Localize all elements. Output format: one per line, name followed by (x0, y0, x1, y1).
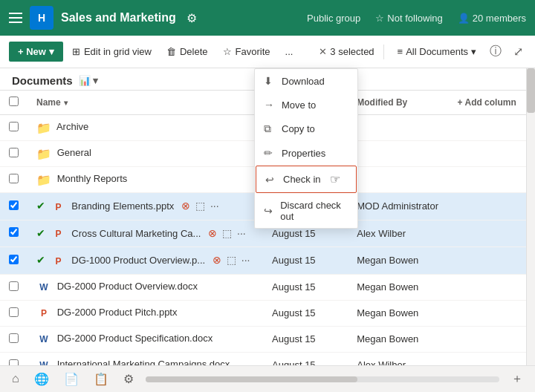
bottom-left-icons: ⌂ 🌐 📄 📋 ⚙ (12, 372, 134, 386)
row-checkbox-cell[interactable] (0, 247, 27, 275)
table-row[interactable]: ✔ P DG-1000 Product Overview.p... ⊗ ⬚ ··… (0, 247, 526, 275)
row-extra-cell (449, 247, 526, 275)
row-checkbox-cell[interactable] (0, 167, 27, 193)
row-checkbox-cell[interactable] (0, 115, 27, 141)
bottom-right-icons: ＋ (511, 371, 523, 387)
following-button[interactable]: ☆ Not following (375, 13, 442, 24)
expand-button[interactable]: ⤢ (510, 42, 526, 62)
doc-icon[interactable]: 📄 (64, 372, 79, 386)
table-row[interactable]: P DG-2000 Product Pitch.pptx August 15 M… (0, 300, 526, 326)
row-error-icon[interactable]: ⊗ (180, 198, 192, 213)
row-error-icon[interactable]: ⊗ (207, 226, 218, 241)
row-checkbox-cell[interactable] (0, 193, 27, 220)
table-row[interactable]: W International Marketing Campaigns.docx… (0, 352, 526, 365)
delete-button[interactable]: 🗑 Delete (160, 42, 214, 62)
row-modified-by-cell (348, 167, 448, 193)
docx-icon: W (36, 332, 51, 347)
row-more-icon[interactable]: ··· (236, 226, 247, 241)
row-extra-cell (449, 115, 526, 141)
add-column-header[interactable]: + Add column (449, 91, 526, 115)
favorite-button[interactable]: ☆ Favorite (217, 42, 276, 62)
row-error-icon[interactable]: ⊗ (211, 252, 223, 267)
row-modified-by-cell: Megan Bowen (348, 300, 448, 326)
view-options-icon[interactable]: 📊 ▾ (79, 75, 99, 86)
row-checkbox-cell[interactable] (0, 326, 27, 352)
row-extra-cell (449, 352, 526, 365)
file-name[interactable]: Cross Cultural Marketing Ca... (71, 228, 201, 239)
file-name[interactable]: DG-2000 Product Specification.docx (57, 333, 213, 344)
file-name[interactable]: Archive (56, 121, 88, 132)
add-icon[interactable]: ＋ (511, 371, 523, 387)
home-icon[interactable]: ⌂ (12, 372, 19, 386)
edit-grid-icon: ⊞ (72, 46, 80, 57)
folder-icon: 📁 (36, 146, 51, 161)
hamburger-menu[interactable] (9, 13, 22, 23)
table-row[interactable]: W DG-2000 Product Overview.docx August 1… (0, 274, 526, 300)
row-modified-by-cell: Alex Wilber (348, 220, 448, 247)
row-checkbox-cell[interactable] (0, 220, 27, 247)
row-extra-cell (449, 141, 526, 167)
row-checkbox-cell[interactable] (0, 274, 27, 300)
command-bar: + New ▾ ⊞ Edit in grid view 🗑 Delete ☆ F… (0, 36, 535, 68)
row-name-cell: W International Marketing Campaigns.docx (27, 352, 263, 365)
row-modified-cell: August 15 (263, 326, 348, 352)
dropdown-move-to[interactable]: → Move to (255, 93, 357, 117)
row-share-icon[interactable]: ⬚ (225, 252, 238, 267)
row-name-cell: ✔ P Branding Elements.pptx ⊗ ⬚ ··· (27, 193, 263, 220)
row-more-icon[interactable]: ··· (209, 198, 221, 213)
documents-title: Documents (12, 74, 73, 87)
folder-icon: 📁 (36, 120, 51, 135)
table-row[interactable]: W DG-2000 Product Specification.docx Aug… (0, 326, 526, 352)
info-button[interactable]: ⓘ (487, 41, 505, 62)
row-name-cell: 📁 General (27, 141, 263, 167)
all-documents-dropdown[interactable]: ≡ All Documents ▾ (393, 43, 481, 60)
new-button[interactable]: + New ▾ (9, 42, 63, 62)
globe-icon[interactable]: 🌐 (34, 372, 49, 386)
dropdown-properties[interactable]: ✏ Properties (255, 141, 357, 165)
row-modified-cell: August 15 (263, 300, 348, 326)
file-name[interactable]: DG-1000 Product Overview.p... (71, 255, 205, 266)
new-button-label: + New (18, 46, 46, 57)
filter-icon: ≡ (398, 46, 403, 57)
dropdown-discard-checkout[interactable]: ↪ Discard check out (255, 194, 357, 228)
file-name[interactable]: General (57, 147, 91, 158)
file-name[interactable]: International Marketing Campaigns.docx (57, 359, 230, 365)
settings-icon[interactable]: ⚙ (187, 11, 197, 25)
row-checkbox-cell[interactable] (0, 352, 27, 365)
horizontal-scrollbar[interactable] (146, 376, 499, 382)
name-column-header[interactable]: Name ▾ (27, 91, 263, 115)
row-modified-by-cell: MOD Administrator (348, 193, 448, 220)
row-more-icon[interactable]: ··· (240, 252, 252, 267)
edit-grid-button[interactable]: ⊞ Edit in grid view (66, 42, 158, 62)
row-share-icon[interactable]: ⬚ (221, 226, 233, 241)
close-icon[interactable]: ✕ (319, 46, 327, 57)
file-name[interactable]: DG-2000 Product Pitch.pptx (57, 307, 178, 318)
row-share-icon[interactable]: ⬚ (194, 198, 207, 213)
file-name[interactable]: Monthly Reports (57, 173, 128, 184)
checkbox-header[interactable] (0, 91, 27, 115)
gear-icon[interactable]: ⚙ (123, 372, 134, 386)
dropdown-copy-to[interactable]: ⧉ Copy to (255, 117, 357, 141)
row-name-cell: ✔ P Cross Cultural Marketing Ca... ⊗ ⬚ ·… (27, 220, 263, 247)
modified-by-column-header[interactable]: Modified By (348, 91, 448, 115)
pptx-icon: P (51, 226, 66, 241)
context-dropdown-menu: ⬇ Download → Move to ⧉ Copy to ✏ Propert… (254, 68, 358, 229)
dropdown-download[interactable]: ⬇ Download (255, 69, 357, 93)
selected-badge: ✕ 3 selected (319, 46, 374, 57)
file-name[interactable]: Branding Elements.pptx (71, 200, 174, 212)
pptx-icon: P (51, 254, 66, 269)
pptx-icon: P (51, 200, 66, 215)
file-name[interactable]: DG-2000 Product Overview.docx (57, 281, 198, 292)
page-icon[interactable]: 📋 (94, 372, 108, 386)
row-extra-cell (449, 274, 526, 300)
site-title: Sales and Marketing (61, 11, 176, 24)
docx-icon: W (36, 280, 51, 295)
dropdown-check-in[interactable]: ↩ Check in ☞ (256, 166, 357, 193)
person-icon: 👤 (458, 13, 470, 24)
more-button[interactable]: ... (279, 42, 299, 62)
row-checkbox-cell[interactable] (0, 141, 27, 167)
vertical-scrollbar[interactable] (526, 68, 535, 365)
row-checkbox-cell[interactable] (0, 300, 27, 326)
row-name-cell: 📁 Archive (27, 115, 263, 141)
members-button[interactable]: 👤 20 members (458, 13, 526, 24)
